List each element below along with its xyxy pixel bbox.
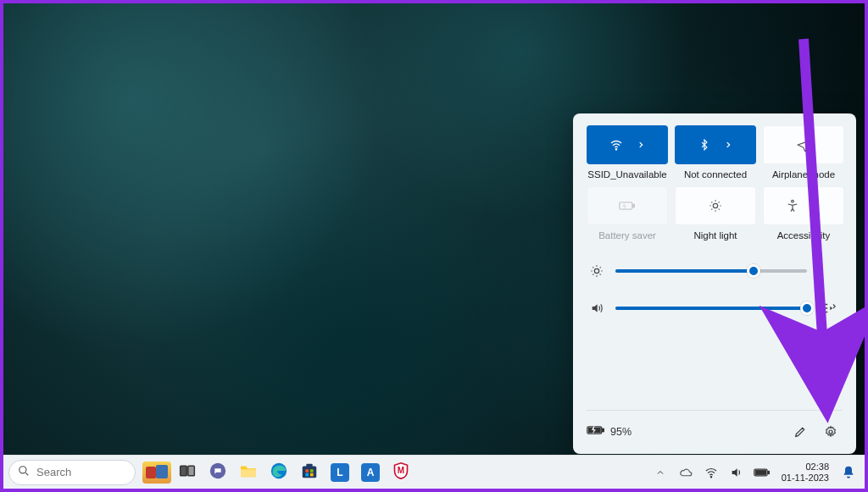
edge-icon <box>270 462 288 484</box>
tile-wifi: SSID_Unavailable <box>587 125 668 180</box>
brightness-slider[interactable] <box>615 269 807 273</box>
accessibility-expand-chevron[interactable] <box>813 199 821 213</box>
svg-rect-18 <box>306 463 312 467</box>
night-light-label: Night light <box>693 230 737 240</box>
svg-point-9 <box>829 430 832 434</box>
task-view-button[interactable] <box>173 458 202 487</box>
task-view-icon <box>179 463 196 482</box>
bluetooth-toggle[interactable] <box>675 125 756 164</box>
store-icon <box>300 462 319 484</box>
quick-settings-grid: SSID_Unavailable Not connected Airplane … <box>587 125 843 240</box>
settings-button[interactable] <box>819 420 843 444</box>
battery-status[interactable]: 95% <box>587 424 632 439</box>
svg-rect-27 <box>755 470 765 474</box>
mcafee-icon: M <box>392 462 409 484</box>
quick-settings-panel: SSID_Unavailable Not connected Airplane … <box>573 113 856 454</box>
svg-point-0 <box>615 149 616 150</box>
wifi-expand-chevron[interactable] <box>637 138 645 152</box>
tile-airplane: Airplane mode <box>763 125 844 180</box>
file-explorer-icon <box>239 463 258 482</box>
clock-time: 02:38 <box>805 462 829 473</box>
battery-charging-icon <box>587 424 605 439</box>
airplane-label: Airplane mode <box>772 169 835 180</box>
battery-saver-icon <box>619 200 636 212</box>
app-a-button[interactable]: A <box>356 458 385 487</box>
brightness-row <box>590 264 839 278</box>
bluetooth-expand-chevron[interactable] <box>724 138 732 152</box>
svg-rect-22 <box>310 473 314 476</box>
edge-button[interactable] <box>264 458 293 487</box>
volume-slider[interactable] <box>615 307 807 310</box>
svg-rect-15 <box>241 469 256 477</box>
airplane-icon <box>796 138 811 152</box>
quick-settings-footer: 95% <box>587 410 843 444</box>
battery-saver-toggle <box>587 186 668 225</box>
search-icon <box>18 465 30 480</box>
brightness-icon <box>590 264 605 278</box>
bluetooth-label: Not connected <box>684 169 747 180</box>
sliders-area <box>587 264 843 315</box>
svg-point-3 <box>713 203 717 207</box>
svg-rect-20 <box>310 469 314 473</box>
taskbar-pinned-apps: L A M <box>142 458 415 487</box>
taskbar: L A M 02:38 01-11-2023 <box>3 455 865 489</box>
tile-battery-saver: Battery saver <box>587 186 668 240</box>
battery-tray-icon[interactable] <box>751 458 773 487</box>
onedrive-tray-icon[interactable] <box>675 458 697 487</box>
svg-rect-17 <box>303 466 317 478</box>
accessibility-toggle[interactable] <box>763 186 844 225</box>
mcafee-button[interactable]: M <box>387 458 415 487</box>
svg-rect-12 <box>181 466 187 476</box>
svg-rect-26 <box>768 471 770 473</box>
battery-saver-label: Battery saver <box>598 230 656 240</box>
chat-icon <box>209 462 227 484</box>
wifi-toggle[interactable] <box>587 125 668 164</box>
file-explorer-button[interactable] <box>234 458 263 487</box>
network-tray-icon[interactable] <box>700 458 722 487</box>
svg-rect-7 <box>603 428 604 431</box>
search-input[interactable] <box>36 466 113 478</box>
sound-output-button[interactable] <box>817 302 839 314</box>
battery-percent: 95% <box>610 426 632 438</box>
accessibility-icon <box>786 199 799 213</box>
system-tray: 02:38 01-11-2023 <box>649 458 860 487</box>
accessibility-label: Accessibility <box>777 230 831 240</box>
svg-point-4 <box>792 200 794 202</box>
wifi-icon <box>609 138 623 152</box>
clock-date: 01-11-2023 <box>782 473 829 484</box>
a-icon: A <box>361 463 380 482</box>
microsoft-store-button[interactable] <box>295 458 324 487</box>
castle-icon <box>142 462 171 484</box>
svg-rect-13 <box>188 466 195 476</box>
edit-quick-settings-button[interactable] <box>788 420 812 444</box>
tile-accessibility: Accessibility <box>763 186 844 240</box>
taskbar-clock[interactable]: 02:38 01-11-2023 <box>776 462 834 483</box>
l-icon: L <box>331 463 349 482</box>
svg-point-11 <box>19 466 26 473</box>
svg-rect-19 <box>305 469 309 473</box>
widgets-button[interactable] <box>142 458 171 487</box>
svg-rect-21 <box>305 473 309 476</box>
svg-point-24 <box>710 476 711 477</box>
svg-point-5 <box>594 268 598 273</box>
volume-row <box>590 301 839 315</box>
volume-tray-icon[interactable] <box>726 458 748 487</box>
tile-bluetooth: Not connected <box>675 125 756 180</box>
tray-overflow-button[interactable] <box>649 458 671 487</box>
volume-icon <box>590 301 605 315</box>
night-light-toggle[interactable] <box>675 186 756 225</box>
taskbar-search[interactable] <box>8 460 136 485</box>
tile-night-light: Night light <box>675 186 756 240</box>
wifi-label: SSID_Unavailable <box>587 169 666 180</box>
night-light-icon <box>709 199 722 213</box>
airplane-toggle[interactable] <box>763 125 844 164</box>
app-l-button[interactable]: L <box>326 458 354 487</box>
notifications-button[interactable] <box>837 465 860 480</box>
chat-button[interactable] <box>203 458 232 487</box>
svg-text:M: M <box>398 466 404 475</box>
svg-rect-2 <box>633 204 635 207</box>
bluetooth-icon <box>698 138 710 152</box>
